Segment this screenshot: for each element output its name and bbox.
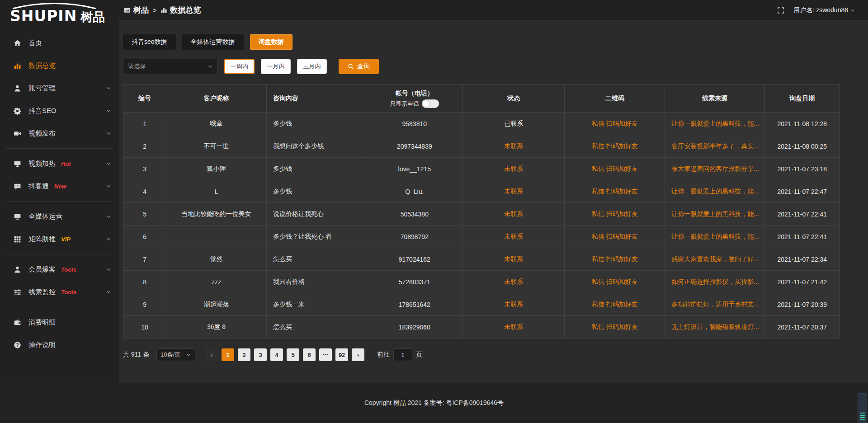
user-icon xyxy=(14,85,21,92)
sidebar-item-consumption-detail[interactable]: 消费明细 xyxy=(0,311,119,334)
source-link[interactable]: 感谢大家喜欢我家，被问了好... xyxy=(665,248,764,271)
tab-inquiry-data[interactable]: 询盘数据 xyxy=(250,34,292,50)
page-button-5[interactable]: 5 xyxy=(287,348,299,361)
period-three-months-button[interactable]: 三月内 xyxy=(297,59,327,74)
qr-links[interactable]: 私信 扫码加好友 xyxy=(565,113,665,135)
account-select[interactable]: 请选择 xyxy=(123,59,218,74)
page-footer: Copyright 树品 2021 备案号: 粤ICP备09019646号 xyxy=(0,383,868,423)
source-link[interactable]: 让你一眼就爱上的黑科技，能... xyxy=(665,203,764,226)
sidebar-item-omni-media[interactable]: 全媒体运营 xyxy=(0,205,119,228)
app-logo[interactable]: SHUPIN 树品 xyxy=(0,0,119,26)
qr-links[interactable]: 私信 扫码加好友 xyxy=(565,158,665,180)
table-row: 6 多少钱？让我死心 看 70898792 未联系 私信 扫码加好友 让你一眼就… xyxy=(123,226,840,248)
menu-divider xyxy=(6,254,113,254)
phone-only-toggle[interactable] xyxy=(422,99,439,108)
user-menu[interactable]: 用户名: zswodun88 xyxy=(793,6,855,14)
page-button-6[interactable]: 6 xyxy=(303,348,316,361)
bar-chart-icon xyxy=(14,62,21,70)
cell-account: 50534380 xyxy=(366,203,463,226)
source-link[interactable]: 让你一眼就爱上的黑科技，能... xyxy=(665,226,764,248)
sidebar: SHUPIN 树品 首页 数据总览 账号管理 抖音SEO 视频发布 xyxy=(0,0,119,423)
page-button-92[interactable]: 92 xyxy=(335,348,348,361)
fullscreen-icon[interactable] xyxy=(777,7,784,14)
source-link[interactable]: 多功能护栏灯，适用于乡村文... xyxy=(665,293,764,316)
sidebar-item-doketong[interactable]: 抖客通 New xyxy=(0,175,119,197)
sidebar-item-label: 操作说明 xyxy=(28,341,56,349)
cell-account: 572803371 xyxy=(366,271,463,293)
cell-date: 2021-11-07 20:37 xyxy=(764,316,840,338)
sidebar-item-help[interactable]: ? 操作说明 xyxy=(0,334,119,356)
cell-date: 2021-11-07 23:18 xyxy=(764,158,840,180)
menu-divider xyxy=(6,307,113,307)
source-link[interactable]: 客厅安装投影半年多了，真实... xyxy=(665,135,764,158)
table-body: 1 哦章 多少钱 9583810 已联系 私信 扫码加好友 让你一眼就爱上的黑科… xyxy=(123,113,840,338)
breadcrumb-current[interactable]: 数据总览 xyxy=(160,5,201,15)
status-badge: 未联系 xyxy=(463,135,565,158)
qr-links[interactable]: 私信 扫码加好友 xyxy=(565,316,665,338)
video-camera-icon xyxy=(14,130,21,137)
cell-no: 8 xyxy=(123,271,166,293)
qr-links[interactable]: 私信 扫码加好友 xyxy=(565,271,665,293)
sidebar-item-label: 消费明细 xyxy=(28,318,56,327)
more-pages-button[interactable]: ••• xyxy=(319,348,332,361)
new-badge: New xyxy=(54,183,66,190)
total-count: 共 911 条 xyxy=(123,351,149,359)
page-button-3[interactable]: 3 xyxy=(254,348,267,361)
source-link[interactable]: 如何正确选择投影仪，买投影... xyxy=(665,271,764,293)
source-link[interactable]: 让你一眼就爱上的黑科技，能... xyxy=(665,113,764,135)
sidebar-item-label: 视频发布 xyxy=(28,129,56,138)
sidebar-item-video-publish[interactable]: 视频发布 xyxy=(0,122,119,145)
cell-date: 2021-11-07 20:39 xyxy=(764,293,840,316)
sidebar-item-member-baoke[interactable]: 会员爆客 Tools xyxy=(0,258,119,281)
goto-page-input[interactable] xyxy=(393,348,412,361)
source-link[interactable]: 让你一眼就爱上的黑科技，能... xyxy=(665,180,764,203)
source-link[interactable]: 被大家追着问的客厅投影分享... xyxy=(665,158,764,180)
qr-links[interactable]: 私信 扫码加好友 xyxy=(565,293,665,316)
cell-content: 说说价格让我死心 xyxy=(266,203,366,226)
tab-omni-media-data[interactable]: 全媒体运营数据 xyxy=(182,34,244,50)
cell-content: 多少钱 xyxy=(266,158,366,180)
qr-links[interactable]: 私信 扫码加好友 xyxy=(565,135,665,158)
next-page-button[interactable]: › xyxy=(352,348,364,361)
sidebar-item-label: 抖音SEO xyxy=(28,107,57,115)
cell-no: 6 xyxy=(123,226,166,248)
sidebar-item-clue-monitor[interactable]: 线索监控 Tools xyxy=(0,281,119,303)
table-row: 4 L 多少钱 Q_Liu. 未联系 私信 扫码加好友 让你一眼就爱上的黑科技，… xyxy=(123,180,840,203)
cell-no: 7 xyxy=(123,248,166,271)
qr-links[interactable]: 私信 扫码加好友 xyxy=(565,180,665,203)
floating-widget[interactable] xyxy=(858,393,867,423)
screen-stand-icon xyxy=(14,160,21,168)
tab-douyin-seo-data[interactable]: 抖音seo数据 xyxy=(123,34,176,50)
menu-divider xyxy=(6,148,113,149)
breadcrumb-home[interactable]: 树品 xyxy=(124,5,149,15)
period-one-month-button[interactable]: 一月内 xyxy=(261,59,291,74)
prev-page-button[interactable]: ‹ xyxy=(205,348,218,361)
sidebar-item-data-overview[interactable]: 数据总览 xyxy=(0,54,119,77)
qr-links[interactable]: 私信 扫码加好友 xyxy=(565,226,665,248)
cell-content: 多少钱一米 xyxy=(266,293,366,316)
sidebar-item-label: 全媒体运营 xyxy=(28,212,62,221)
sidebar-item-matrix-boost[interactable]: 矩阵助推 VIP xyxy=(0,228,119,250)
page-button-4[interactable]: 4 xyxy=(270,348,283,361)
sidebar-item-video-heat[interactable]: 视频加热 Hot xyxy=(0,152,119,175)
page-size-select[interactable]: 10条/页 xyxy=(156,348,195,361)
breadcrumb-separator: > xyxy=(153,7,156,14)
source-link[interactable]: 无主灯设计，智能磁吸轨道灯... xyxy=(665,316,764,338)
sidebar-item-douyin-seo[interactable]: 抖音SEO xyxy=(0,99,119,122)
page-button-2[interactable]: 2 xyxy=(238,348,250,361)
inquiry-table: 编号 客户昵称 咨询内容 帐号（电话） 只显示电话 状态 二维码 线索来源 询盘… xyxy=(123,84,840,338)
qr-links[interactable]: 私信 扫码加好友 xyxy=(565,248,665,271)
col-header-status: 状态 xyxy=(463,85,565,113)
period-one-week-button[interactable]: 一周内 xyxy=(224,59,255,74)
sidebar-item-home[interactable]: 首页 xyxy=(0,32,119,54)
table-row: 5 当地比较能吃的一位美女 说说价格让我死心 50534380 未联系 私信 扫… xyxy=(123,203,840,226)
sidebar-item-account-management[interactable]: 账号管理 xyxy=(0,77,119,99)
logo-text-en: SHUPIN xyxy=(10,9,77,24)
qr-links[interactable]: 私信 扫码加好友 xyxy=(565,203,665,226)
page-button-1[interactable]: 1 xyxy=(222,348,234,361)
filter-bar: 请选择 一周内 一月内 三月内 查询 xyxy=(123,59,840,74)
cell-account: 183929060 xyxy=(366,316,463,338)
search-button[interactable]: 查询 xyxy=(339,59,379,74)
logo-arc-icon xyxy=(9,3,99,9)
cell-no: 1 xyxy=(123,113,166,135)
